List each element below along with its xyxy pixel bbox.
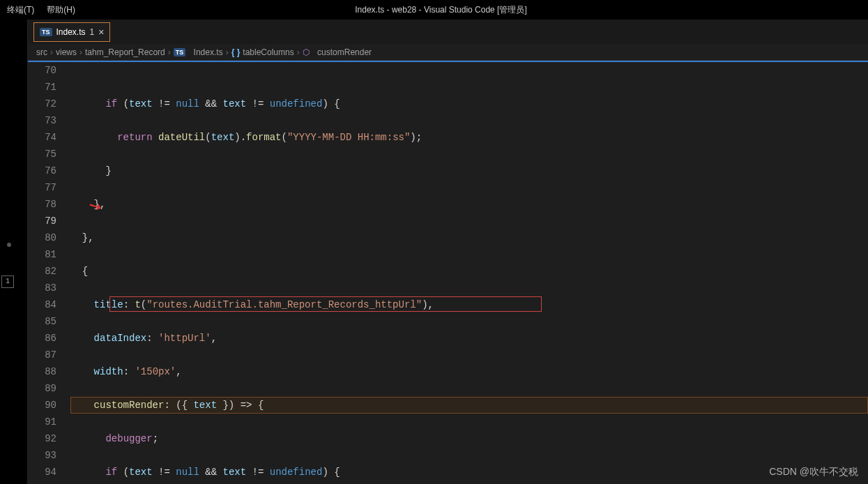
- editor-area: TS Index.ts 1 × src› views› tahm_Report_…: [28, 20, 868, 484]
- breadcrumbs[interactable]: src› views› tahm_Report_Record› TS Index…: [28, 44, 868, 61]
- menu-terminal[interactable]: 终端(T): [7, 4, 34, 16]
- crumb-views[interactable]: views: [56, 47, 77, 57]
- side-badge: 1: [1, 275, 14, 288]
- tab-index-ts[interactable]: TS Index.ts 1 ×: [33, 22, 110, 42]
- method-icon: ⬡: [303, 47, 310, 57]
- side-dot-icon: [7, 243, 11, 247]
- crumb-symbol-tablecolumns[interactable]: { }tableColumns: [231, 47, 294, 57]
- main-container: 1 TS Index.ts 1 × src› views› tahm_Repor…: [0, 20, 868, 484]
- crumb-src[interactable]: src: [36, 47, 47, 57]
- menu-help[interactable]: 帮助(H): [47, 4, 75, 16]
- tab-close-icon[interactable]: ×: [98, 27, 104, 38]
- ts-file-icon: TS: [174, 48, 186, 56]
- crumb-folder[interactable]: tahm_Report_Record: [85, 47, 165, 57]
- window-title: Index.ts - web28 - Visual Studio Code [管…: [7, 4, 868, 16]
- tab-dirty-indicator: 1: [90, 27, 95, 37]
- menubar: 终端(T) 帮助(H) Index.ts - web28 - Visual St…: [0, 0, 868, 20]
- activity-bar[interactable]: 1: [0, 20, 28, 484]
- watermark: CSDN @吹牛不交税: [769, 466, 858, 478]
- code-content[interactable]: ➘ if (text != null && text != undefined)…: [66, 62, 868, 484]
- brackets-icon: { }: [231, 47, 241, 57]
- tab-label: Index.ts: [56, 27, 86, 37]
- tab-bar: TS Index.ts 1 ×: [28, 20, 868, 44]
- code-editor[interactable]: 70 71 72 73 74 75 76 77 78 79 80 81 82 8…: [28, 61, 868, 484]
- ts-icon: TS: [40, 28, 52, 36]
- crumb-symbol-customrender[interactable]: ⬡ customRender: [303, 47, 372, 57]
- line-gutter: 70 71 72 73 74 75 76 77 78 79 80 81 82 8…: [28, 62, 66, 484]
- crumb-file[interactable]: TS Index.ts: [174, 47, 223, 57]
